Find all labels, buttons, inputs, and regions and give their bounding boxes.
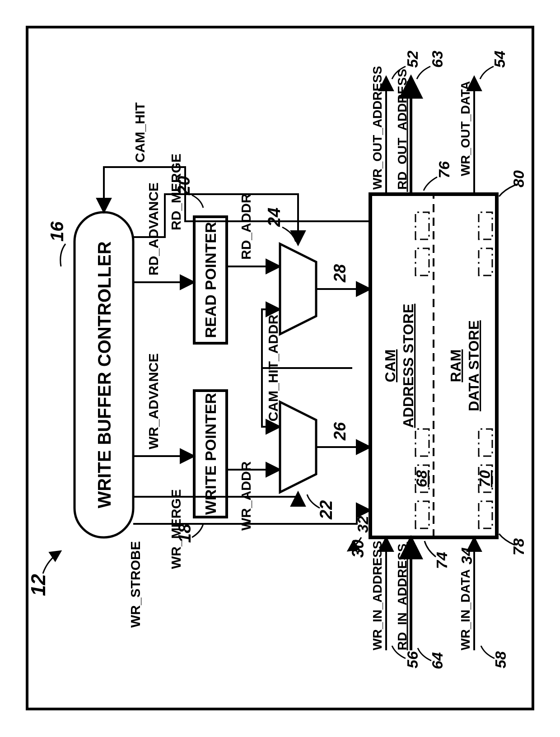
ref-rd-out-address: 63 <box>429 51 446 68</box>
ref-32: 32 <box>354 516 371 533</box>
ref-ram-block: 78 <box>510 538 527 555</box>
ref-rd-in-address: 64 <box>429 652 446 669</box>
wr-out-address-label: WR_OUT_ADDRESS <box>370 66 384 190</box>
storage-block: CAM ADDRESS STORE RAM DATA STORE <box>370 194 497 537</box>
ref-controller: 16 <box>47 221 67 242</box>
rd-out-address-label: RD_OUT_ADDRESS <box>395 69 409 190</box>
ref-mux-write-out: 26 <box>331 422 349 441</box>
wr-out-data-label: WR_OUT_DATA <box>458 81 472 176</box>
svg-marker-3 <box>280 402 316 492</box>
ram-line1: RAM <box>448 350 464 382</box>
ref-wr-out-port: 80 <box>510 170 527 187</box>
wr-in-address-label: WR_IN_ADDRESS <box>370 541 384 650</box>
svg-marker-4 <box>280 244 316 334</box>
rotated-content: 12 WRITE BUFFER CONTROLLER 16 WRITE POIN… <box>27 51 527 669</box>
ref-write-pointer: 18 <box>175 523 194 543</box>
read-pointer-block: READ POINTER <box>194 217 227 343</box>
controller-label: WRITE BUFFER CONTROLLER <box>94 241 114 508</box>
rd-addr-label: RD_ADDR <box>238 193 253 260</box>
ref-read-pointer: 20 <box>174 176 193 196</box>
cam-hit-addr-label: CAM_HIT_ADDR <box>266 314 280 421</box>
wr-in-data-label: WR_IN_DATA <box>458 569 472 650</box>
wr-addr-label: WR_ADDR <box>238 461 253 531</box>
ref-mux-write: 22 <box>317 500 336 520</box>
mux-write <box>280 402 316 492</box>
rd-in-address-label: RD_IN_ADDRESS <box>395 544 409 651</box>
ref-rd-out-port: 76 <box>435 161 453 178</box>
read-pointer-label: READ POINTER <box>202 222 219 338</box>
cam-line1: CAM <box>382 350 398 382</box>
ref-main-arrow <box>43 551 61 574</box>
rd-advance-label: RD_ADVANCE <box>146 182 161 275</box>
diagram-root: 12 WRITE BUFFER CONTROLLER 16 WRITE POIN… <box>0 0 560 737</box>
ref-ram-row: 70 <box>476 470 493 487</box>
ref-wr-out-data: 54 <box>491 51 508 68</box>
controller-block: WRITE BUFFER CONTROLLER <box>75 212 133 537</box>
write-pointer-block: WRITE POINTER <box>194 391 227 517</box>
ref-cam-row: 68 <box>413 470 430 487</box>
cam-hit-label: CAM_HIT <box>132 103 147 163</box>
ref-main: 12 <box>27 574 49 596</box>
ref-mux-read: 24 <box>265 208 284 227</box>
wr-advance-label: WR_ADVANCE <box>146 353 161 449</box>
ref-cam-block: 74 <box>433 552 450 569</box>
ref-34: 34 <box>458 547 475 564</box>
mux-read <box>280 244 316 334</box>
wr-strobe-label: WR_STROBE <box>128 541 143 628</box>
ram-line2: DATA STORE <box>466 320 482 411</box>
ref-mux-read-out: 28 <box>331 264 349 283</box>
ref-wr-in-address: 56 <box>404 651 421 668</box>
ref-wr-in-data: 58 <box>492 651 509 668</box>
ref-wr-out-address: 52 <box>404 51 421 68</box>
cam-line2: ADDRESS STORE <box>400 303 416 428</box>
